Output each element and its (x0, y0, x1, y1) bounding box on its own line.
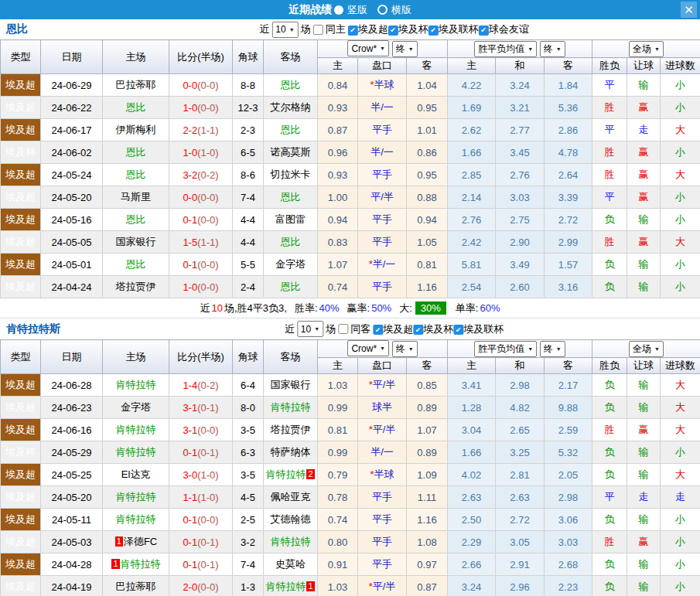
avg-draw-cell: 3.25 (496, 441, 545, 464)
odds-final-select[interactable]: 终▼ (392, 41, 418, 57)
halftime-score: (0-0) (197, 80, 218, 91)
avg-home-cell: 3.41 (448, 374, 496, 397)
away-odds-cell: 0.88 (407, 186, 448, 209)
same-venue-label: 同主 (326, 22, 346, 36)
matches-table: 类型 日期 主场 比分(半场) 角球 客场 Crow*▼ 终▼ 胜平负均值▼ 终… (0, 39, 700, 298)
match-row: 埃及杯24-05-29肯特拉特0-1(0-1)6-3特萨纳体0.99半/一0.8… (1, 441, 700, 464)
vertical-layout-radio[interactable] (334, 5, 343, 15)
league-filters: ✔埃及超✔埃及杯✔埃及联杯 (373, 322, 504, 336)
league-label: 埃及联杯 (463, 323, 504, 335)
footer-near-label: 近 (200, 301, 210, 315)
avg-final-select[interactable]: 终▼ (540, 41, 565, 57)
match-row: 埃及超24-06-23金字塔3-1(0-1)8-0肯特拉特0.99球半0.891… (1, 397, 700, 419)
away-odds-cell: 0.87 (407, 576, 448, 596)
corner-cell: 4-4 (233, 209, 264, 231)
summary-footer: 近10场,胜4平3负3,胜率:40%赢率:50%大:30%单率:60% (0, 298, 700, 318)
away-team-name: 肯特拉特 (265, 581, 306, 592)
away-team-name: 恩比 (281, 124, 301, 135)
fulltime-score: 1-4 (183, 380, 197, 391)
vertical-layout-label[interactable]: 竖版 (347, 3, 367, 17)
avg-away-cell: 2.99 (545, 231, 592, 254)
away-odds-cell: 1.04 (407, 74, 448, 97)
league-label: 埃及杯 (423, 323, 453, 335)
avg-home-cell: 3.04 (448, 419, 496, 441)
odds-final-select[interactable]: 终▼ (392, 341, 418, 357)
close-button[interactable]: ✕ (681, 2, 697, 18)
result-handicap-cell: 输 (627, 509, 661, 531)
away-team-name: 富图雷 (275, 213, 306, 225)
avg-home-cell: 2.42 (448, 231, 496, 254)
handicap-text: 平/半 (370, 191, 394, 203)
avg-away-cell: 2.86 (545, 119, 592, 141)
match-row: 埃及超24-06-16肯特拉特3-1(0-0)3-5塔拉贾伊0.81*平/半1.… (1, 419, 700, 441)
chevron-down-icon: ▼ (380, 346, 385, 351)
horizontal-layout-label[interactable]: 横版 (391, 3, 411, 17)
league-checkbox[interactable]: ✔ (429, 26, 439, 36)
col-avg-away: 客 (545, 358, 592, 374)
handicap-text: 平/半 (373, 581, 396, 592)
away-team-name: 特萨纳体 (271, 446, 311, 458)
result-goals-cell: 小 (661, 576, 700, 596)
league-checkbox[interactable]: ✔ (348, 26, 358, 36)
footer-stat-value: 40% (319, 302, 340, 314)
result-wdl-cell: 负 (592, 553, 627, 576)
league-type-cell: 埃及超 (1, 119, 41, 141)
chevron-down-icon: ▼ (408, 46, 414, 52)
col-away: 客场 (264, 340, 318, 374)
handicap-text: 球半 (372, 401, 392, 413)
result-wdl-cell: 胜 (592, 141, 627, 164)
odds-source-select[interactable]: Crow*▼ (347, 340, 389, 356)
result-wdl-cell: 平 (592, 186, 627, 209)
handicap-cell: 半/一 (358, 97, 407, 119)
league-type-cell: 埃及超 (1, 254, 41, 276)
handicap-cell: *半球 (358, 74, 407, 97)
away-team-cell: 恩比 (264, 186, 318, 209)
date-cell: 24-06-16 (41, 419, 103, 441)
corner-cell: 4-5 (233, 486, 264, 509)
league-type-cell: 埃及超 (1, 553, 41, 576)
avg-home-cell: 2.76 (448, 209, 496, 231)
match-count-select[interactable]: 10▼ (271, 22, 298, 38)
chevron-down-icon: ▼ (654, 346, 660, 352)
avg-draw-cell: 3.21 (496, 97, 545, 119)
avg-type-select[interactable]: 胜平负均值▼ (474, 41, 537, 57)
scope-select[interactable]: 全场▼ (629, 341, 664, 357)
avg-type-select[interactable]: 胜平负均值▼ (474, 341, 537, 357)
avg-draw-cell: 2.72 (496, 509, 545, 531)
league-type-cell: 埃及超 (1, 97, 41, 119)
league-type-cell: 埃及超 (1, 509, 41, 531)
chevron-down-icon: ▼ (380, 46, 385, 51)
halftime-score: (0-1) (197, 559, 218, 570)
handicap-cell: *平/半 (358, 419, 407, 441)
avg-away-cell: 5.32 (545, 441, 592, 464)
league-checkbox[interactable]: ✔ (388, 26, 398, 36)
result-wdl-cell: 负 (592, 441, 627, 464)
league-checkbox[interactable]: ✔ (453, 325, 463, 335)
score-cell: 0-1(0-1) (169, 531, 233, 553)
league-checkbox[interactable]: ✔ (373, 325, 383, 335)
league-checkbox[interactable]: ✔ (413, 325, 423, 335)
score-cell: 3-1(0-0) (169, 419, 233, 441)
fulltime-score: 0-1 (183, 259, 197, 271)
horizontal-layout-radio[interactable] (377, 5, 388, 15)
same-venue-checkbox[interactable] (313, 25, 323, 35)
away-team-cell: 国家银行 (264, 374, 318, 397)
home-odds-cell: 0.93 (318, 164, 358, 186)
match-count-select[interactable]: 10▼ (297, 321, 323, 337)
result-goals-cell: 小 (661, 276, 700, 298)
home-team-name: 伊斯梅利 (116, 124, 156, 135)
result-wdl-cell: 胜 (592, 97, 627, 119)
league-checkbox[interactable]: ✔ (479, 26, 489, 36)
avg-final-select[interactable]: 终▼ (540, 341, 565, 357)
home-team-cell: 塔拉贾伊 (103, 276, 169, 298)
same-venue-checkbox[interactable] (338, 324, 348, 334)
chevron-down-icon: ▼ (314, 326, 319, 332)
scope-select[interactable]: 全场▼ (629, 41, 664, 57)
home-team-cell: 国家银行 (103, 231, 169, 254)
corner-cell: 7-4 (233, 186, 264, 209)
odds-source-select[interactable]: Crow*▼ (347, 40, 389, 56)
result-goals-cell: 小 (661, 553, 700, 576)
corner-cell: 8-6 (233, 164, 264, 186)
section-bar: 肯特拉特斯 近 10▼ 场 同客 ✔埃及超✔埃及杯✔埃及联杯 (0, 318, 700, 339)
col-avg-home: 主 (448, 358, 496, 374)
